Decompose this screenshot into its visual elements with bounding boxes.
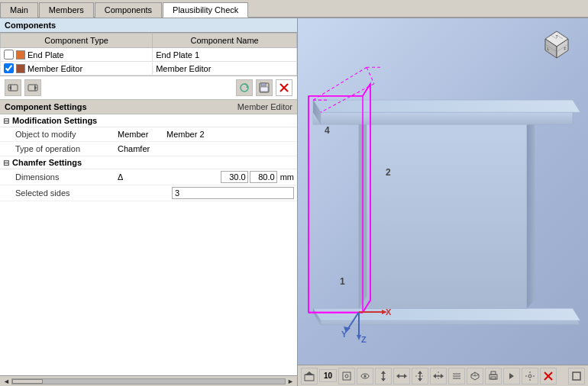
tab-components[interactable]: Components bbox=[95, 2, 162, 18]
view-toolbar: 10 bbox=[298, 365, 588, 386]
chamfer-settings-label: Chamfer Settings bbox=[12, 158, 82, 167]
move-back-button[interactable] bbox=[5, 79, 21, 96]
svg-line-28 bbox=[367, 67, 374, 83]
svg-point-58 bbox=[364, 375, 367, 377]
svg-point-84 bbox=[528, 375, 531, 378]
svg-marker-14 bbox=[527, 104, 535, 308]
tab-members[interactable]: Members bbox=[39, 2, 94, 18]
modification-settings-label: Modification Settings bbox=[12, 116, 97, 125]
scroll-thumb[interactable] bbox=[12, 379, 43, 384]
view-btn-square[interactable] bbox=[568, 368, 585, 384]
svg-line-27 bbox=[313, 67, 367, 100]
view-btn-arrow-lr[interactable] bbox=[393, 368, 410, 384]
dim-input-2[interactable] bbox=[250, 171, 277, 183]
svg-marker-71 bbox=[441, 374, 444, 378]
settings-header: Component Settings Member Editor bbox=[0, 100, 297, 114]
view-btn-arrows-2[interactable] bbox=[412, 368, 428, 384]
right-panel: T L F 1 2 bbox=[298, 18, 588, 386]
svg-text:F: F bbox=[564, 47, 566, 51]
cube-navigation[interactable]: T L F bbox=[538, 27, 576, 62]
components-toolbar bbox=[0, 76, 297, 100]
table-row: Member Editor Member Editor bbox=[1, 62, 297, 76]
dimensions-row: Dimensions Δ mm bbox=[0, 169, 297, 185]
svg-marker-67 bbox=[418, 378, 422, 381]
object-to-modify-value2: Member 2 bbox=[166, 130, 205, 139]
row2-type: Member Editor bbox=[27, 64, 82, 73]
svg-line-78 bbox=[471, 375, 475, 376]
svg-rect-81 bbox=[491, 372, 496, 375]
3d-view[interactable]: T L F 1 2 bbox=[298, 18, 588, 386]
svg-marker-17 bbox=[313, 100, 580, 112]
svg-text:L: L bbox=[548, 47, 550, 51]
row2-type-cell: Member Editor bbox=[1, 62, 153, 76]
selected-sides-input[interactable] bbox=[172, 187, 294, 199]
object-to-modify-row: Object to modify Member Member 2 bbox=[0, 127, 297, 142]
view-btn-home[interactable] bbox=[301, 368, 318, 384]
row1-checkbox[interactable] bbox=[4, 50, 14, 60]
dim-unit: mm bbox=[280, 172, 294, 182]
label-4: 4 bbox=[325, 125, 330, 136]
view-btn-icon1[interactable] bbox=[338, 368, 355, 384]
svg-line-47 bbox=[347, 312, 359, 330]
content-area: Components Component Type Component Name bbox=[0, 18, 588, 386]
view-btn-10[interactable]: 10 bbox=[319, 369, 337, 382]
settings-tree: ⊟ Modification Settings Object to modify… bbox=[0, 114, 297, 375]
delete-button[interactable] bbox=[276, 79, 292, 96]
svg-rect-82 bbox=[491, 377, 496, 379]
view-btn-eye[interactable] bbox=[357, 368, 373, 384]
svg-marker-66 bbox=[418, 371, 422, 374]
view-btn-settings[interactable] bbox=[522, 368, 538, 384]
selected-sides-row: Selected sides bbox=[0, 185, 297, 201]
scroll-track[interactable] bbox=[11, 378, 286, 384]
row2-checkbox[interactable] bbox=[4, 63, 14, 73]
label-1: 1 bbox=[340, 276, 345, 287]
view-btn-arrows-3[interactable] bbox=[430, 368, 447, 384]
svg-rect-53 bbox=[305, 375, 314, 381]
dim-input-1[interactable] bbox=[221, 171, 248, 183]
svg-rect-6 bbox=[261, 83, 266, 86]
object-to-modify-label: Object to modify bbox=[15, 130, 115, 139]
type-of-operation-row: Type of operation Chamfer bbox=[0, 142, 297, 156]
tab-plausibility[interactable]: Plausibility Check bbox=[163, 2, 248, 18]
row2-color-indicator bbox=[16, 64, 25, 73]
view-btn-close[interactable] bbox=[540, 368, 557, 384]
table-row: End Plate End Plate 1 bbox=[1, 48, 297, 62]
svg-marker-16 bbox=[313, 112, 573, 124]
dimensions-label: Dimensions bbox=[15, 172, 115, 182]
svg-text:X: X bbox=[386, 307, 392, 317]
object-to-modify-value: Member bbox=[115, 129, 160, 140]
move-forward-button[interactable] bbox=[24, 79, 41, 96]
view-btn-print[interactable] bbox=[485, 368, 502, 384]
modification-settings-group[interactable]: ⊟ Modification Settings bbox=[0, 114, 297, 127]
svg-marker-70 bbox=[433, 374, 436, 378]
main-container: Main Members Components Plausibility Che… bbox=[0, 0, 588, 386]
svg-rect-55 bbox=[343, 372, 351, 380]
tab-main[interactable]: Main bbox=[0, 2, 38, 18]
svg-text:Z: Z bbox=[361, 335, 367, 344]
components-section-header: Components bbox=[0, 18, 297, 33]
collapse-mod-icon: ⊟ bbox=[3, 117, 9, 125]
selected-sides-label: Selected sides bbox=[15, 188, 115, 198]
svg-marker-64 bbox=[404, 374, 407, 378]
save-button[interactable] bbox=[256, 79, 273, 96]
row2-name: Member Editor bbox=[153, 62, 297, 76]
view-btn-arrow-ud[interactable] bbox=[375, 368, 392, 384]
scroll-left-arrow[interactable]: ◄ bbox=[3, 378, 10, 385]
chamfer-settings-group[interactable]: ⊟ Chamfer Settings bbox=[0, 156, 297, 169]
refresh-button[interactable] bbox=[236, 79, 253, 96]
row1-name: End Plate 1 bbox=[153, 48, 297, 62]
label-2: 2 bbox=[386, 167, 391, 178]
type-of-operation-label: Type of operation bbox=[15, 144, 115, 153]
svg-marker-61 bbox=[381, 378, 386, 381]
horizontal-scrollbar[interactable]: ◄ ► bbox=[0, 375, 297, 386]
settings-member-label: Member Editor bbox=[237, 102, 292, 111]
axes-svg: Z Y X bbox=[340, 293, 393, 346]
components-table: Component Type Component Name End Plate bbox=[0, 33, 297, 76]
svg-marker-60 bbox=[381, 371, 386, 374]
scroll-right-arrow[interactable]: ► bbox=[287, 378, 294, 385]
cube-svg: T L F bbox=[538, 27, 576, 62]
view-btn-cube[interactable] bbox=[467, 368, 483, 384]
axes-container: Z Y X bbox=[340, 293, 393, 348]
view-btn-layers[interactable] bbox=[448, 368, 465, 384]
view-btn-arrow-r[interactable] bbox=[503, 368, 520, 384]
